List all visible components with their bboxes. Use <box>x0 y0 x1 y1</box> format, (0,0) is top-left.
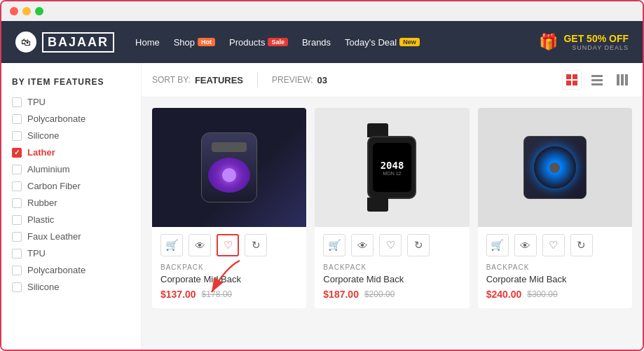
sort-label: SORT BY: <box>152 75 191 85</box>
filter-silicone-2[interactable]: Silicone <box>12 282 130 292</box>
view-icons <box>562 70 632 90</box>
checkbox-silicone-1[interactable] <box>12 131 22 141</box>
view-button-1[interactable]: 👁 <box>189 234 211 256</box>
filter-faux-leather[interactable]: Faux Leather <box>12 231 130 242</box>
watch-illustration: 2048 MON 12 <box>367 136 416 199</box>
product-category-2: BACKPACK <box>323 263 460 271</box>
product-category-1: BACKPACK <box>160 263 298 271</box>
logo-text: BAJAAR <box>42 32 114 53</box>
nav-links: Home Shop Hot Products Sale Brands Today… <box>135 37 539 48</box>
nav-products[interactable]: Products Sale <box>229 37 288 48</box>
compare-button-1[interactable]: ↻ <box>245 234 267 256</box>
products-grid: 🛒 👁 ♡ ↻ <box>142 97 643 350</box>
wishlist-button-1[interactable]: ♡ <box>217 234 239 256</box>
filter-tpu-1[interactable]: TPU <box>12 97 130 107</box>
product-image-3 <box>478 108 632 227</box>
filter-plastic[interactable]: Plastic <box>12 214 130 225</box>
nav-todays-deal[interactable]: Today's Deal New <box>345 37 420 48</box>
checkbox-plastic[interactable] <box>12 215 22 225</box>
view-button-3[interactable]: 👁 <box>514 234 537 256</box>
compare-button-3[interactable]: ↻ <box>570 234 593 256</box>
product-image-1 <box>152 108 306 227</box>
logo-icon: 🛍 <box>15 32 36 53</box>
sort-divider <box>257 73 258 87</box>
logo[interactable]: 🛍 BAJAAR <box>15 32 114 53</box>
filter-polycarbonate-1[interactable]: Polycarbonate <box>12 113 130 124</box>
filter-lather[interactable]: ✓ Lather <box>12 147 130 158</box>
svg-rect-9 <box>625 74 628 85</box>
price-current-3: $240.00 <box>486 289 522 300</box>
promo-sub: SUNDAY DEALS <box>563 44 629 51</box>
product-pricing-1: $137.00 $178.00 <box>160 289 298 300</box>
cart-button-3[interactable]: 🛒 <box>486 234 509 256</box>
shop-badge: Hot <box>198 38 215 46</box>
close-dot[interactable] <box>10 7 18 15</box>
checkbox-silicone-2[interactable] <box>12 282 22 292</box>
grid-view-button[interactable] <box>562 70 582 90</box>
cart-button-1[interactable]: 🛒 <box>160 234 183 256</box>
svg-rect-7 <box>617 74 619 85</box>
filter-polycarbonate-2[interactable]: Polycarbonate <box>12 265 130 275</box>
preview-section: PREVIEW: 03 <box>272 75 327 85</box>
sort-value: FEATURES <box>195 75 243 85</box>
product-area: SORT BY: FEATURES PREVIEW: 03 <box>142 63 643 350</box>
price-original-1: $178.00 <box>202 289 232 299</box>
checkbox-rubber[interactable] <box>12 198 22 208</box>
checkbox-faux-leather[interactable] <box>12 232 22 242</box>
maximize-dot[interactable] <box>35 7 43 15</box>
sort-section: SORT BY: FEATURES <box>152 75 243 85</box>
checkbox-aluminium[interactable] <box>12 165 22 174</box>
product-card-2: 2048 MON 12 🛒 👁 ♡ <box>315 108 469 308</box>
view-button-2[interactable]: 👁 <box>351 234 374 256</box>
checkbox-lather[interactable]: ✓ <box>12 148 22 158</box>
checkbox-tpu-2[interactable] <box>12 249 22 259</box>
product-actions-2: 🛒 👁 ♡ ↻ <box>315 227 469 263</box>
checkbox-tpu-1[interactable] <box>12 97 22 107</box>
deal-badge: New <box>399 38 420 46</box>
filter-aluminium[interactable]: Aluminium <box>12 164 130 174</box>
checkbox-carbon-fiber[interactable] <box>12 181 22 191</box>
filter-tpu-2[interactable]: TPU <box>12 248 130 259</box>
product-info-1: BACKPACK Corporate Mid Back $137.00 $178… <box>152 263 306 308</box>
svg-rect-0 <box>566 74 571 79</box>
product-actions-3: 🛒 👁 ♡ ↻ <box>478 227 632 263</box>
product-info-2: BACKPACK Corporate Mid Back $187.00 $200… <box>315 263 469 308</box>
product-info-3: BACKPACK Corporate Mid Back $240.00 $300… <box>478 263 632 308</box>
gift-icon: 🎁 <box>539 33 558 51</box>
pc-illustration <box>523 136 587 199</box>
preview-value: 03 <box>317 75 327 85</box>
svg-rect-8 <box>621 74 624 85</box>
nav-shop[interactable]: Shop Hot <box>174 37 215 48</box>
svg-rect-6 <box>591 83 603 85</box>
product-card-3: 🛒 👁 ♡ ↻ BACKPACK Corporate Mid Back $240… <box>478 108 632 308</box>
wishlist-button-3[interactable]: ♡ <box>542 234 565 256</box>
list-view-button[interactable] <box>587 70 607 90</box>
svg-rect-3 <box>573 81 577 85</box>
browser-titlebar <box>1 1 643 21</box>
svg-rect-4 <box>591 75 603 77</box>
product-actions-1: 🛒 👁 ♡ ↻ <box>152 227 306 263</box>
checkbox-polycarbonate-2[interactable] <box>12 266 22 275</box>
compare-button-2[interactable]: ↻ <box>407 234 430 256</box>
navbar: 🛍 BAJAAR Home Shop Hot Products Sale Bra… <box>1 21 643 63</box>
product-name-2: Corporate Mid Back <box>323 274 460 284</box>
price-current-1: $137.00 <box>160 289 196 300</box>
main-layout: BY ITEM FEATURES TPU Polycarbonate Silic… <box>1 63 643 350</box>
promo-title: GET 50% OFF <box>563 33 629 44</box>
sort-bar: SORT BY: FEATURES PREVIEW: 03 <box>142 63 643 97</box>
promo-text: GET 50% OFF SUNDAY DEALS <box>563 33 629 51</box>
svg-rect-5 <box>591 79 603 81</box>
price-original-3: $300.00 <box>527 289 557 299</box>
filter-silicone-1[interactable]: Silicone <box>12 130 130 141</box>
filter-rubber[interactable]: Rubber <box>12 198 130 208</box>
minimize-dot[interactable] <box>22 7 31 15</box>
product-name-3: Corporate Mid Back <box>486 274 624 284</box>
nav-home[interactable]: Home <box>135 37 160 48</box>
wishlist-button-2[interactable]: ♡ <box>379 234 402 256</box>
filter-carbon-fiber[interactable]: Carbon Fiber <box>12 181 130 191</box>
product-pricing-2: $187.00 $200.00 <box>323 289 460 300</box>
column-view-button[interactable] <box>612 70 632 90</box>
nav-brands[interactable]: Brands <box>302 37 331 48</box>
cart-button-2[interactable]: 🛒 <box>323 234 345 256</box>
checkbox-polycarbonate-1[interactable] <box>12 114 22 124</box>
